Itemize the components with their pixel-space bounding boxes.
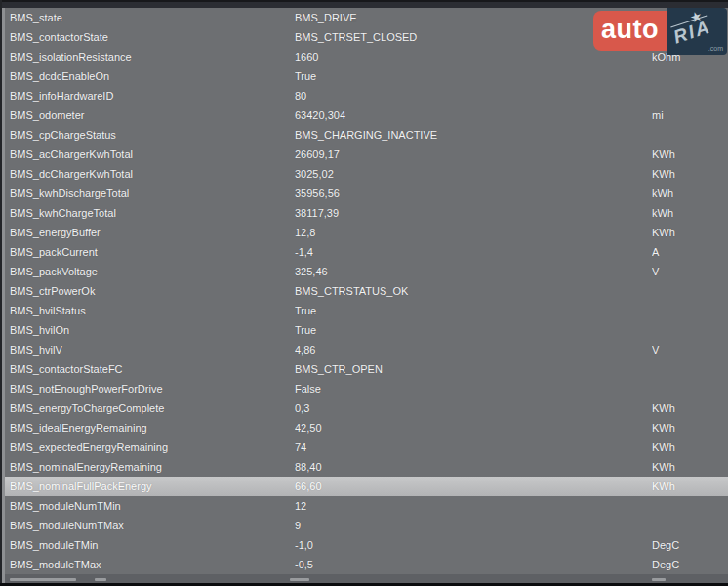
table-row[interactable]: BMS_odometer 63420,304 mi xyxy=(5,105,728,125)
parameter-value: True xyxy=(295,320,646,340)
table-row[interactable]: BMS_notEnoughPowerForDrive False xyxy=(5,379,728,398)
bms-parameter-table: BMS_state BMS_DRIVE BMS_contactorState B… xyxy=(5,8,728,574)
diagnostics-screen: BMS_state BMS_DRIVE BMS_contactorState B… xyxy=(0,0,728,586)
parameter-unit: DegC xyxy=(652,535,728,555)
parameter-name: BMS_idealEnergyRemaining xyxy=(10,418,293,438)
parameter-name: BMS_ctrPowerOk xyxy=(10,281,293,301)
autoria-logo: auto ★ RIA .com xyxy=(593,8,727,55)
autoria-logo-ria-text: RIA xyxy=(671,17,714,49)
parameter-name: BMS_hvilOn xyxy=(10,320,293,340)
clipped-text-fragment xyxy=(290,578,309,581)
parameter-value: 4,86 xyxy=(295,340,646,359)
parameter-name: BMS_moduleNumTMin xyxy=(10,496,293,516)
parameter-name: BMS_isolationResistance xyxy=(10,47,293,66)
parameter-name: BMS_packVoltage xyxy=(10,262,293,281)
table-row[interactable]: BMS_moduleTMax -0,5 DegC xyxy=(5,555,728,574)
table-row[interactable]: BMS_nominalEnergyRemaining 88,40 KWh xyxy=(5,457,728,477)
parameter-unit: mi xyxy=(652,105,728,125)
parameter-unit: DegC xyxy=(652,555,728,574)
parameter-value: True xyxy=(295,301,646,320)
table-row[interactable]: BMS_energyBuffer 12,8 KWh xyxy=(5,223,728,242)
parameter-name: BMS_nominalFullPackEnergy xyxy=(10,477,293,496)
parameter-value: 80 xyxy=(295,86,646,105)
table-row[interactable]: BMS_nominalFullPackEnergy 66,60 KWh xyxy=(5,477,728,496)
parameter-value: 12 xyxy=(295,496,646,516)
table-row[interactable]: BMS_packVoltage 325,46 V xyxy=(5,262,728,281)
parameter-value: BMS_CHARGING_INACTIVE xyxy=(295,125,646,145)
parameter-unit: V xyxy=(652,340,728,359)
parameter-value: 9 xyxy=(295,516,646,535)
clipped-text-fragment xyxy=(652,578,666,581)
parameter-value: 35956,56 xyxy=(295,184,646,203)
table-row[interactable]: BMS_hvilStatus True xyxy=(5,301,728,320)
parameter-name: BMS_dcdcEnableOn xyxy=(10,66,293,86)
parameter-name: BMS_state xyxy=(10,8,293,27)
table-row[interactable]: BMS_cpChargeStatus BMS_CHARGING_INACTIVE xyxy=(5,125,728,145)
parameter-name: BMS_cpChargeStatus xyxy=(10,125,293,145)
clipped-text-fragment xyxy=(10,578,76,581)
table-row[interactable]: BMS_kwhChargeTotal 38117,39 kWh xyxy=(5,203,728,223)
parameter-value: True xyxy=(295,66,646,86)
table-row[interactable]: BMS_expectedEnergyRemaining 74 KWh xyxy=(5,438,728,457)
parameter-name: BMS_contactorStateFC xyxy=(10,359,293,379)
table-row[interactable]: BMS_hvilV 4,86 V xyxy=(5,340,728,359)
parameter-value: 0,3 xyxy=(295,398,646,418)
table-row[interactable]: BMS_ctrPowerOk BMS_CTRSTATUS_OK xyxy=(5,281,728,301)
top-bar xyxy=(0,0,728,8)
parameter-value: 42,50 xyxy=(295,418,646,438)
table-row[interactable]: BMS_moduleNumTMin 12 xyxy=(5,496,728,516)
parameter-value: 38117,39 xyxy=(295,203,646,223)
parameter-name: BMS_moduleTMin xyxy=(10,535,293,555)
parameter-unit: KWh xyxy=(652,457,728,477)
parameter-unit: KWh xyxy=(652,418,728,438)
parameter-name: BMS_packCurrent xyxy=(10,242,293,262)
parameter-value: 325,46 xyxy=(295,262,646,281)
parameter-value: 63420,304 xyxy=(295,105,646,125)
parameter-value: 74 xyxy=(295,438,646,457)
parameter-name: BMS_dcChargerKwhTotal xyxy=(10,164,293,184)
parameter-value: -0,5 xyxy=(295,555,646,574)
autoria-logo-auto-text: auto xyxy=(601,17,659,46)
parameter-value: -1,0 xyxy=(295,535,646,555)
table-row[interactable]: BMS_dcdcEnableOn True xyxy=(5,66,728,86)
parameter-name: BMS_acChargerKwhTotal xyxy=(10,145,293,164)
clipped-table-row[interactable] xyxy=(5,574,728,583)
table-row[interactable]: BMS_dcChargerKwhTotal 3025,02 KWh xyxy=(5,164,728,184)
parameter-name: BMS_notEnoughPowerForDrive xyxy=(10,379,293,398)
table-row[interactable]: BMS_packCurrent -1,4 A xyxy=(5,242,728,262)
parameter-unit: KWh xyxy=(652,145,728,164)
parameter-name: BMS_energyBuffer xyxy=(10,223,293,242)
table-row[interactable]: BMS_contactorStateFC BMS_CTR_OPEN xyxy=(5,359,728,379)
parameter-name: BMS_expectedEnergyRemaining xyxy=(10,438,293,457)
parameter-name: BMS_kwhDischargeTotal xyxy=(10,184,293,203)
parameter-unit: KWh xyxy=(652,438,728,457)
parameter-name: BMS_kwhChargeTotal xyxy=(10,203,293,223)
table-row[interactable]: BMS_infoHardwareID 80 xyxy=(5,86,728,105)
parameter-name: BMS_energyToChargeComplete xyxy=(10,398,293,418)
parameter-value: 26609,17 xyxy=(295,145,646,164)
table-row[interactable]: BMS_idealEnergyRemaining 42,50 KWh xyxy=(5,418,728,438)
parameter-name: BMS_moduleNumTMax xyxy=(10,516,293,535)
parameter-name: BMS_nominalEnergyRemaining xyxy=(10,457,293,477)
table-row[interactable]: BMS_energyToChargeComplete 0,3 KWh xyxy=(5,398,728,418)
parameter-value: False xyxy=(295,379,646,398)
parameter-value: 66,60 xyxy=(295,477,646,496)
parameter-value: BMS_CTR_OPEN xyxy=(295,359,646,379)
autoria-logo-com-text: .com xyxy=(708,45,723,52)
parameter-unit: KWh xyxy=(652,477,728,496)
parameter-name: BMS_infoHardwareID xyxy=(10,86,293,105)
parameter-name: BMS_hvilV xyxy=(10,340,293,359)
table-row[interactable]: BMS_acChargerKwhTotal 26609,17 KWh xyxy=(5,145,728,164)
table-row[interactable]: BMS_moduleTMin -1,0 DegC xyxy=(5,535,728,555)
table-row[interactable]: BMS_moduleNumTMax 9 xyxy=(5,516,728,535)
table-row[interactable]: BMS_hvilOn True xyxy=(5,320,728,340)
parameter-name: BMS_odometer xyxy=(10,105,293,125)
parameter-unit: KWh xyxy=(652,223,728,242)
table-row[interactable]: BMS_kwhDischargeTotal 35956,56 kWh xyxy=(5,184,728,203)
parameter-unit: V xyxy=(652,262,728,281)
parameter-value: 88,40 xyxy=(295,457,646,477)
parameter-unit: kWh xyxy=(652,203,728,223)
parameter-unit: KWh xyxy=(652,398,728,418)
parameter-name: BMS_contactorState xyxy=(10,27,293,47)
parameter-unit: kWh xyxy=(652,184,728,203)
